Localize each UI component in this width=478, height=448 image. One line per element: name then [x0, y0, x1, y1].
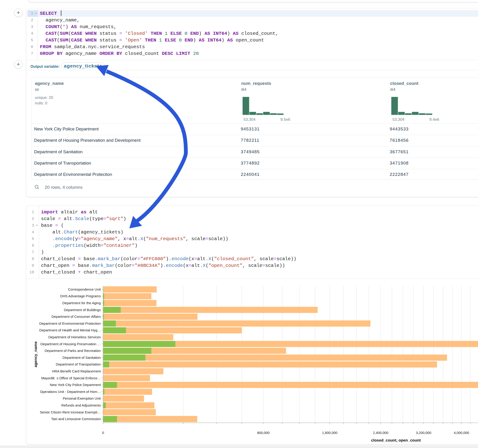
svg-text:Taxi and Limousine Commission: Taxi and Limousine Commission: [51, 417, 101, 421]
svg-text:Department of Transportation: Department of Transportation: [56, 362, 101, 366]
svg-text:agency_name: agency_name: [33, 342, 38, 367]
svg-text:Personal Exemption Unit: Personal Exemption Unit: [63, 396, 101, 400]
svg-text:Department of Environmental Pr: Department of Environmental Protection: [39, 322, 101, 325]
svg-text:Department of Buildings: Department of Buildings: [64, 308, 101, 312]
svg-text:Department of Homeless Service: Department of Homeless Services: [48, 335, 101, 339]
svg-text:DHS Advantage Programs: DHS Advantage Programs: [60, 294, 101, 298]
svg-text:Department of Parks and Recrea: Department of Parks and Recreation: [45, 349, 101, 353]
svg-text:Correspondence Unit: Correspondence Unit: [68, 287, 101, 291]
svg-text:2,400,000: 2,400,000: [373, 431, 388, 435]
svg-text:HRA Benefit Card Replacement: HRA Benefit Card Replacement: [52, 369, 101, 373]
svg-text:1,600,000: 1,600,000: [322, 431, 337, 435]
svg-text:Department for the Aging: Department for the Aging: [62, 301, 101, 305]
svg-text:Department of Consumer Affairs: Department of Consumer Affairs: [51, 315, 101, 318]
svg-text:Department of Health and Menta: Department of Health and Mental Hyg…: [39, 328, 101, 332]
svg-text:Department of Housing Preserva: Department of Housing Preservation …: [40, 342, 101, 346]
svg-text:4,000,000: 4,000,000: [454, 431, 469, 435]
svg-text:Mayorâ€ s Office of Special E: Mayorâ€ s Office of Special Enforce…: [41, 376, 101, 380]
svg-text:800,000: 800,000: [257, 431, 270, 435]
svg-text:0: 0: [102, 431, 104, 435]
svg-text:closed_count, open_count: closed_count, open_count: [371, 438, 421, 442]
svg-text:Senior Citizen Rent Increase E: Senior Citizen Rent Increase Exempti…: [40, 410, 101, 414]
svg-text:3,200,000: 3,200,000: [416, 431, 431, 435]
svg-text:New York City Police Departmen: New York City Police Department: [50, 383, 101, 387]
svg-text:Refunds and Adjustments: Refunds and Adjustments: [61, 403, 101, 407]
svg-text:Operations Unit - Department o: Operations Unit - Department of Hom…: [40, 390, 101, 394]
svg-text:Department of Sanitation: Department of Sanitation: [63, 356, 101, 360]
